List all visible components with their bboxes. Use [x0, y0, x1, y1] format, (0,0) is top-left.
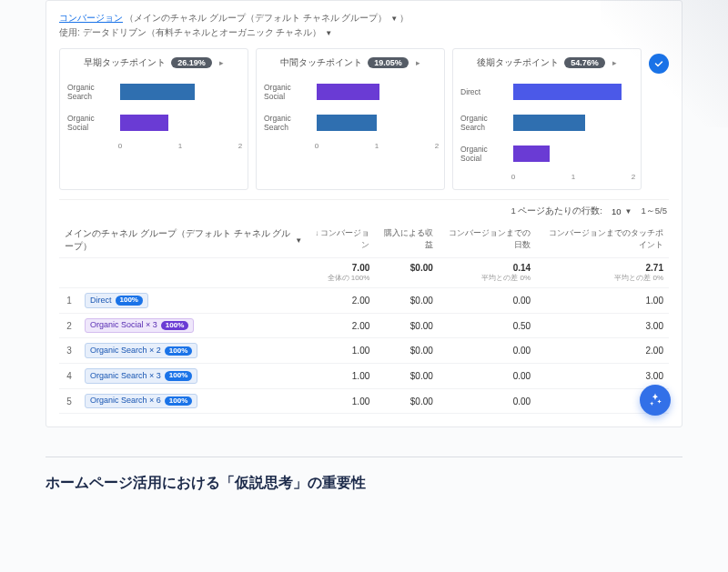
x-axis: 012: [317, 142, 437, 155]
analytics-card: コンバージョン （メインのチャネル グループ（デフォルト チャネル グループ） …: [46, 0, 682, 427]
channel-chip[interactable]: Organic Search × 3100%: [85, 368, 197, 384]
chevron-down-icon[interactable]: ▼: [325, 29, 332, 37]
row-index: 5: [59, 388, 79, 414]
chevron-down-icon[interactable]: ▼: [390, 15, 398, 23]
chart-bar: [513, 146, 550, 162]
bar-row: Organic Search: [264, 107, 437, 138]
row-index: 1: [59, 288, 79, 314]
cell-v4: 2.00: [536, 338, 669, 364]
bar-row: Direct: [460, 76, 633, 107]
chip-label: Direct: [90, 296, 112, 306]
bar-label: Organic Social: [264, 83, 317, 101]
cell-v3: 0.00: [439, 288, 536, 314]
panel-header[interactable]: 後期タッチポイント54.76%▸: [460, 56, 633, 69]
chip-pct: 100%: [165, 396, 192, 406]
channel-chip[interactable]: Direct100%: [85, 293, 148, 308]
panel-title: 中間タッチポイント: [280, 56, 362, 69]
cell-v1: 2.00: [308, 313, 375, 338]
row-index: 3: [59, 338, 79, 364]
col-conversion[interactable]: ↓コンバージョン: [308, 223, 375, 258]
chart-bar: [120, 84, 195, 100]
breadcrumb-usage-text: 使用: データドリブン（有料チャネルとオーガニック チャネル）: [59, 26, 321, 39]
cell-v2: $0.00: [375, 288, 439, 314]
chart-bar: [317, 84, 379, 100]
row-index: 2: [59, 313, 79, 338]
cell-v2: $0.00: [375, 364, 439, 389]
summary-touchpoints: 2.71平均との差 0%: [536, 258, 669, 288]
chevron-right-icon: ▸: [612, 58, 617, 67]
chip-label: Organic Search × 2: [90, 346, 161, 356]
col-touchpoints[interactable]: コンバージョンまでのタッチポイント: [536, 223, 669, 258]
table-row[interactable]: 3Organic Search × 2100%1.00$0.000.002.00: [59, 338, 669, 364]
chip-pct: 100%: [116, 296, 143, 305]
sparkle-gear-icon: [647, 392, 663, 408]
bar-label: Direct: [460, 87, 513, 96]
cell-v3: 0.00: [439, 364, 536, 389]
panel-title: 後期タッチポイント: [477, 56, 559, 69]
pager: 1 ページあたりの行数: 10 ▼ 1～5/5: [59, 199, 669, 223]
x-axis: 012: [120, 142, 240, 155]
table-row[interactable]: 4Organic Search × 3100%1.00$0.000.003.00: [59, 364, 669, 389]
cell-v2: $0.00: [375, 338, 439, 364]
chevron-down-icon: ▼: [295, 236, 302, 245]
summary-conversion: 7.00全体の 100%: [308, 258, 375, 288]
bar-row: Organic Social: [460, 138, 633, 169]
cell-v2: $0.00: [375, 388, 439, 414]
chevron-right-icon: ▸: [219, 58, 224, 67]
check-badge[interactable]: [649, 54, 669, 74]
pager-range: 1～5/5: [642, 206, 668, 217]
chart-panel-1: 中間タッチポイント19.05%▸Organic SocialOrganic Se…: [256, 48, 445, 190]
table-body: 1Direct100%2.00$0.000.001.002Organic Soc…: [59, 288, 669, 414]
cell-v3: 0.50: [439, 313, 536, 338]
summary-revenue: $0.00: [375, 258, 439, 288]
cell-v3: 0.00: [439, 338, 536, 364]
bar-label: Organic Search: [264, 114, 317, 132]
bar-label: Organic Search: [460, 114, 513, 132]
chip-pct: 100%: [165, 346, 192, 356]
section-divider: [46, 457, 682, 457]
bar-row: Organic Social: [67, 107, 240, 138]
chevron-right-icon: ▸: [416, 58, 420, 67]
cell-v1: 1.00: [308, 338, 375, 364]
panel-pct-badge: 54.76%: [564, 57, 605, 68]
conversion-table: メインのチャネル グループ（デフォルト チャネル グループ） ▼ ↓コンバージョ…: [59, 223, 669, 414]
rows-per-page-select[interactable]: 10 ▼: [612, 206, 632, 216]
panel-header[interactable]: 中間タッチポイント19.05%▸: [264, 56, 437, 69]
bar-row: Organic Search: [460, 107, 633, 138]
channel-chip[interactable]: Organic Search × 2100%: [85, 343, 197, 358]
panel-header[interactable]: 早期タッチポイント26.19%▸: [67, 56, 240, 69]
breadcrumb-conversion-link[interactable]: コンバージョン: [59, 12, 123, 25]
bar-label: Organic Social: [67, 114, 120, 132]
chart-bar: [120, 115, 168, 131]
row-index: 4: [59, 364, 79, 389]
chip-pct: 100%: [161, 321, 188, 330]
cell-v4: 3.00: [536, 313, 669, 338]
sort-arrow-icon: ↓: [315, 229, 318, 237]
table-row[interactable]: 1Direct100%2.00$0.000.001.00: [59, 288, 669, 314]
chart-bar: [317, 115, 377, 131]
breadcrumb: コンバージョン （メインのチャネル グループ（デフォルト チャネル グループ） …: [59, 12, 669, 39]
pager-label: 1 ページあたりの行数:: [511, 206, 602, 217]
table-row[interactable]: 2Organic Social × 3100%2.00$0.000.503.00: [59, 313, 669, 338]
panel-title: 早期タッチポイント: [84, 56, 166, 69]
table-row[interactable]: 5Organic Search × 6100%1.00$0.000.006.00: [59, 388, 669, 414]
chart-panel-0: 早期タッチポイント26.19%▸Organic SearchOrganic So…: [59, 48, 248, 190]
chip-label: Organic Search × 3: [90, 371, 161, 382]
chip-label: Organic Social × 3: [90, 320, 157, 331]
panel-pct-badge: 19.05%: [368, 57, 409, 68]
breadcrumb-group-text: （メインのチャネル グループ（デフォルト チャネル グループ）: [125, 12, 387, 25]
col-revenue[interactable]: 購入による収益: [375, 223, 439, 258]
col-days[interactable]: コンバージョンまでの日数: [439, 223, 536, 258]
x-axis: 012: [513, 173, 633, 186]
section-heading: ホームページ活用における「仮説思考」の重要性: [46, 474, 682, 493]
chip-pct: 100%: [165, 371, 192, 380]
dimension-dropdown[interactable]: メインのチャネル グループ（デフォルト チャネル グループ） ▼: [65, 227, 302, 253]
breadcrumb-close-paren: ）: [399, 12, 409, 25]
charts-row: 早期タッチポイント26.19%▸Organic SearchOrganic So…: [59, 48, 669, 190]
channel-chip[interactable]: Organic Social × 3100%: [85, 318, 194, 334]
cell-v1: 2.00: [308, 288, 375, 314]
cell-v4: 1.00: [536, 288, 669, 314]
cell-v1: 1.00: [308, 388, 375, 414]
channel-chip[interactable]: Organic Search × 6100%: [85, 394, 197, 409]
cell-v2: $0.00: [375, 313, 439, 338]
